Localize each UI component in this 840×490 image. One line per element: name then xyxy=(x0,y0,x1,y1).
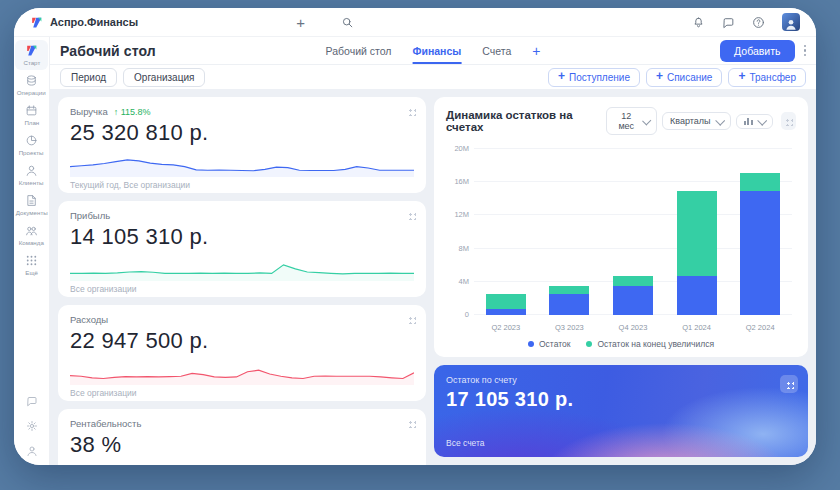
help-icon[interactable] xyxy=(752,16,765,29)
kpi-label: Рентабельность xyxy=(70,418,141,429)
drag-handle-icon[interactable] xyxy=(780,375,798,393)
kpi-label: Выручка xyxy=(70,106,108,117)
drag-handle-icon[interactable] xyxy=(407,211,416,220)
quick-actions: + Поступление + Списание + Трансфер xyxy=(548,68,806,87)
sidebar-label: Документы xyxy=(16,209,48,216)
transfer-button[interactable]: + Трансфер xyxy=(728,68,806,87)
document-icon xyxy=(25,194,38,207)
drag-handle-icon[interactable] xyxy=(407,107,416,116)
topbar: Аспро.Финансы + xyxy=(14,8,816,37)
profile-icon[interactable] xyxy=(26,445,38,457)
dashboard-content: Выручка ↑ 115.8% 25 320 810 р. Текущий г… xyxy=(50,89,816,465)
kpi-label: Расходы xyxy=(70,314,108,325)
sidebar-label: Ещё xyxy=(25,269,38,276)
expenses-card[interactable]: Расходы 22 947 500 р. Все организации xyxy=(58,305,426,401)
kpi-caption: Все организации xyxy=(70,388,414,398)
legend-item[interactable]: Остаток на конец увеличился xyxy=(586,339,714,349)
period-filter-button[interactable]: Период xyxy=(60,68,117,87)
sidebar-item-more[interactable]: Ещё xyxy=(15,250,48,280)
y-tick-label: 20M xyxy=(446,144,469,153)
x-tick-label: Q1 2024 xyxy=(665,323,729,332)
sidebar-item-documents[interactable]: Документы xyxy=(15,190,48,220)
balance-caption: Все счета xyxy=(446,438,485,448)
drag-handle-icon[interactable] xyxy=(407,315,416,324)
gear-icon[interactable] xyxy=(26,420,38,432)
x-tick-label: Q2 2024 xyxy=(728,323,792,332)
y-tick-label: 0 xyxy=(446,310,469,319)
transfer-label: Трансфер xyxy=(749,72,796,83)
stacked-bar[interactable] xyxy=(677,149,717,315)
profitability-card[interactable]: Рентабельность 38 % xyxy=(58,409,426,465)
sidebar-item-clients[interactable]: Клиенты xyxy=(15,160,48,190)
page-title: Рабочий стол xyxy=(60,43,156,59)
chart-column: Динамика остатков на счетах 12 мес Кварт… xyxy=(434,97,808,457)
account-balance-card[interactable]: Остаток по счету 17 105 310 р. Все счета xyxy=(434,365,808,457)
expense-button[interactable]: + Списание xyxy=(646,68,722,87)
sidebar-item-projects[interactable]: Проекты xyxy=(15,130,48,160)
organization-filter-button[interactable]: Организация xyxy=(123,68,205,87)
user-avatar[interactable] xyxy=(782,13,800,31)
expenses-sparkline xyxy=(70,359,414,385)
plus-icon: + xyxy=(738,72,745,82)
sidebar-item-operations[interactable]: Операции xyxy=(15,70,48,100)
revenue-card[interactable]: Выручка ↑ 115.8% 25 320 810 р. Текущий г… xyxy=(58,97,426,193)
sidebar-item-plan[interactable]: План xyxy=(15,100,48,130)
y-tick-label: 12M xyxy=(446,210,469,219)
plus-icon: + xyxy=(656,72,663,82)
stacked-bar[interactable] xyxy=(613,149,653,315)
add-button[interactable]: Добавить xyxy=(720,40,794,62)
chevron-down-icon xyxy=(757,115,767,125)
tab-finances[interactable]: Финансы xyxy=(413,37,462,64)
sidebar-bottom xyxy=(26,395,38,465)
chart-legend: ОстатокОстаток на конец увеличился xyxy=(446,339,796,349)
page-header: Рабочий стол Рабочий стол Финансы Счета … xyxy=(50,37,816,65)
stacked-bar[interactable] xyxy=(740,149,780,315)
tab-accounts[interactable]: Счета xyxy=(482,37,511,64)
balance-dynamics-panel: Динамика остатков на счетах 12 мес Кварт… xyxy=(434,97,808,357)
stacked-bar[interactable] xyxy=(486,149,526,315)
kpi-caption: Все организации xyxy=(70,284,414,294)
kpi-value: 22 947 500 р. xyxy=(70,328,414,354)
sidebar-item-start[interactable]: Старт xyxy=(15,40,48,70)
stacked-bar[interactable] xyxy=(549,149,589,315)
profit-card[interactable]: Прибыль 14 105 310 р. Все организации xyxy=(58,201,426,297)
calendar-icon xyxy=(25,104,38,117)
kpi-label: Прибыль xyxy=(70,210,110,221)
chat-icon[interactable] xyxy=(722,16,735,29)
sidebar-item-team[interactable]: Команда xyxy=(15,220,48,250)
tab-desktop[interactable]: Рабочий стол xyxy=(326,37,392,64)
create-plus-icon[interactable]: + xyxy=(296,15,305,30)
chart-title: Динамика остатков на счетах xyxy=(446,109,606,133)
drag-handle-icon[interactable] xyxy=(781,112,796,130)
team-icon xyxy=(25,224,38,237)
sidebar-label: Команда xyxy=(19,239,44,246)
chart-type-select[interactable] xyxy=(736,114,773,129)
app-window: Аспро.Финансы + xyxy=(14,8,816,465)
y-tick-label: 16M xyxy=(446,177,469,186)
chart-x-axis: Q2 2023Q3 2023Q4 2023Q1 2024Q2 2024 xyxy=(474,323,792,332)
legend-item[interactable]: Остаток xyxy=(528,339,570,349)
grid-dots-icon xyxy=(25,254,38,267)
balance-label: Остаток по счету xyxy=(446,375,796,385)
granularity-select[interactable]: Кварталы xyxy=(662,112,730,130)
kpi-caption: Текущий год, Все организации xyxy=(70,180,414,190)
more-menu-icon[interactable] xyxy=(804,45,807,57)
x-tick-label: Q4 2023 xyxy=(601,323,665,332)
support-chat-icon[interactable] xyxy=(26,395,38,407)
drag-handle-icon[interactable] xyxy=(407,419,416,428)
expense-label: Списание xyxy=(667,72,712,83)
add-tab-icon[interactable]: + xyxy=(532,42,540,59)
chevron-down-icon xyxy=(642,116,651,125)
bell-icon[interactable] xyxy=(692,16,705,29)
kpi-column: Выручка ↑ 115.8% 25 320 810 р. Текущий г… xyxy=(58,97,426,457)
period-select-value: 12 мес xyxy=(614,111,638,131)
period-select[interactable]: 12 мес xyxy=(606,107,657,135)
income-label: Поступление xyxy=(569,72,630,83)
profitability-sparkline xyxy=(70,463,414,465)
chevron-down-icon xyxy=(715,115,725,125)
income-button[interactable]: + Поступление xyxy=(548,68,640,87)
pie-chart-icon xyxy=(25,134,38,147)
y-tick-label: 4M xyxy=(446,277,469,286)
sidebar-label: Операции xyxy=(17,89,46,96)
search-icon[interactable] xyxy=(341,16,354,29)
